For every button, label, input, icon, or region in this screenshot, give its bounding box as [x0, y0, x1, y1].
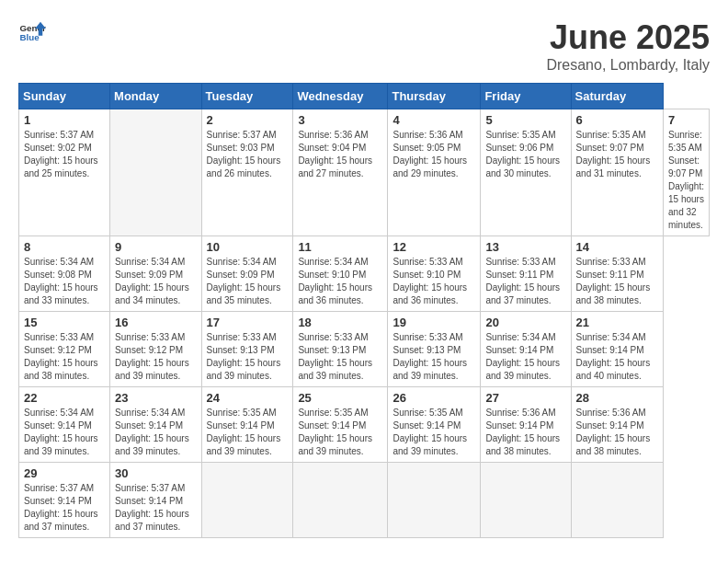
day-cell-3: 3Sunrise: 5:36 AMSunset: 9:04 PMDaylight…: [293, 109, 388, 236]
day-detail: Sunrise: 5:33 AMSunset: 9:12 PMDaylight:…: [24, 332, 98, 381]
day-number: 14: [576, 240, 658, 254]
day-detail: Sunrise: 5:33 AMSunset: 9:12 PMDaylight:…: [115, 332, 189, 381]
day-detail: Sunrise: 5:35 AMSunset: 9:06 PMDaylight:…: [485, 130, 560, 178]
day-detail: Sunrise: 5:35 AMSunset: 9:14 PMDaylight:…: [298, 408, 372, 456]
day-detail: Sunrise: 5:36 AMSunset: 9:05 PMDaylight:…: [392, 130, 467, 178]
day-number: 17: [207, 316, 289, 329]
day-detail: Sunrise: 5:33 AMSunset: 9:11 PMDaylight:…: [576, 257, 651, 305]
day-number: 4: [392, 113, 475, 127]
day-cell-21: 21Sunrise: 5:34 AMSunset: 9:14 PMDayligh…: [571, 312, 663, 387]
logo-icon: General Blue: [18, 18, 46, 46]
day-cell-30: 30Sunrise: 5:37 AMSunset: 9:14 PMDayligh…: [110, 463, 201, 538]
empty-cell-0-0: [110, 109, 201, 236]
day-cell-26: 26Sunrise: 5:35 AMSunset: 9:14 PMDayligh…: [388, 387, 481, 463]
day-detail: Sunrise: 5:35 AMSunset: 9:07 PMDaylight:…: [576, 130, 651, 178]
day-cell-7: 7Sunrise: 5:35 AMSunset: 9:07 PMDaylight…: [664, 109, 710, 236]
day-cell-17: 17Sunrise: 5:33 AMSunset: 9:13 PMDayligh…: [201, 312, 293, 387]
column-header-wednesday: Wednesday: [293, 84, 388, 109]
day-detail: Sunrise: 5:35 AMSunset: 9:07 PMDaylight:…: [668, 130, 704, 230]
day-cell-29: 29Sunrise: 5:37 AMSunset: 9:14 PMDayligh…: [19, 463, 110, 538]
day-detail: Sunrise: 5:37 AMSunset: 9:02 PMDaylight:…: [24, 130, 98, 178]
month-title: June 2025: [546, 18, 710, 57]
day-number: 5: [485, 113, 565, 127]
day-cell-8: 8Sunrise: 5:34 AMSunset: 9:08 PMDaylight…: [19, 236, 110, 312]
day-number: 13: [485, 240, 565, 254]
column-header-sunday: Sunday: [19, 84, 110, 109]
day-cell-20: 20Sunrise: 5:34 AMSunset: 9:14 PMDayligh…: [481, 312, 571, 387]
day-number: 18: [298, 316, 382, 329]
week-row-0: 1Sunrise: 5:37 AMSunset: 9:02 PMDaylight…: [19, 109, 710, 236]
day-cell-15: 15Sunrise: 5:33 AMSunset: 9:12 PMDayligh…: [19, 312, 110, 387]
empty-cell-4-5: [481, 463, 571, 538]
logo: General Blue: [18, 18, 46, 46]
day-detail: Sunrise: 5:36 AMSunset: 9:04 PMDaylight:…: [298, 130, 372, 178]
empty-cell-4-4: [388, 463, 481, 538]
column-header-tuesday: Tuesday: [201, 84, 293, 109]
day-number: 1: [24, 113, 105, 127]
day-detail: Sunrise: 5:36 AMSunset: 9:14 PMDaylight:…: [576, 408, 651, 456]
empty-cell-4-6: [571, 463, 663, 538]
day-detail: Sunrise: 5:33 AMSunset: 9:13 PMDaylight:…: [392, 332, 467, 381]
column-header-thursday: Thursday: [388, 84, 481, 109]
day-detail: Sunrise: 5:34 AMSunset: 9:09 PMDaylight:…: [207, 257, 281, 305]
day-detail: Sunrise: 5:34 AMSunset: 9:09 PMDaylight:…: [115, 257, 189, 305]
day-number: 23: [115, 391, 196, 405]
day-detail: Sunrise: 5:33 AMSunset: 9:10 PMDaylight:…: [392, 257, 467, 305]
header: General Blue June 2025 Dresano, Lombardy…: [18, 18, 710, 74]
day-cell-19: 19Sunrise: 5:33 AMSunset: 9:13 PMDayligh…: [388, 312, 481, 387]
day-number: 10: [207, 240, 289, 254]
day-detail: Sunrise: 5:37 AMSunset: 9:14 PMDaylight:…: [115, 483, 189, 532]
day-number: 16: [115, 316, 196, 329]
day-cell-23: 23Sunrise: 5:34 AMSunset: 9:14 PMDayligh…: [110, 387, 201, 463]
day-cell-5: 5Sunrise: 5:35 AMSunset: 9:06 PMDaylight…: [481, 109, 571, 236]
day-cell-1: 1Sunrise: 5:37 AMSunset: 9:02 PMDaylight…: [19, 109, 110, 236]
day-number: 19: [392, 316, 475, 329]
day-cell-24: 24Sunrise: 5:35 AMSunset: 9:14 PMDayligh…: [201, 387, 293, 463]
day-cell-10: 10Sunrise: 5:34 AMSunset: 9:09 PMDayligh…: [201, 236, 293, 312]
day-cell-25: 25Sunrise: 5:35 AMSunset: 9:14 PMDayligh…: [293, 387, 388, 463]
day-detail: Sunrise: 5:33 AMSunset: 9:13 PMDaylight:…: [298, 332, 372, 381]
day-number: 7: [668, 113, 704, 127]
day-number: 28: [576, 391, 658, 405]
day-detail: Sunrise: 5:37 AMSunset: 9:14 PMDaylight:…: [24, 483, 98, 532]
day-detail: Sunrise: 5:34 AMSunset: 9:14 PMDaylight:…: [576, 332, 651, 381]
day-cell-14: 14Sunrise: 5:33 AMSunset: 9:11 PMDayligh…: [571, 236, 663, 312]
empty-cell-4-3: [293, 463, 388, 538]
day-number: 15: [24, 316, 105, 329]
day-cell-2: 2Sunrise: 5:37 AMSunset: 9:03 PMDaylight…: [201, 109, 293, 236]
day-cell-4: 4Sunrise: 5:36 AMSunset: 9:05 PMDaylight…: [388, 109, 481, 236]
day-cell-27: 27Sunrise: 5:36 AMSunset: 9:14 PMDayligh…: [481, 387, 571, 463]
empty-cell-4-2: [201, 463, 293, 538]
column-header-friday: Friday: [481, 84, 571, 109]
day-cell-16: 16Sunrise: 5:33 AMSunset: 9:12 PMDayligh…: [110, 312, 201, 387]
day-detail: Sunrise: 5:33 AMSunset: 9:13 PMDaylight:…: [207, 332, 281, 381]
day-number: 2: [207, 113, 289, 127]
day-cell-12: 12Sunrise: 5:33 AMSunset: 9:10 PMDayligh…: [388, 236, 481, 312]
week-row-2: 15Sunrise: 5:33 AMSunset: 9:12 PMDayligh…: [19, 312, 710, 387]
day-number: 11: [298, 240, 382, 254]
day-number: 29: [24, 466, 105, 480]
column-header-saturday: Saturday: [571, 84, 663, 109]
week-row-1: 8Sunrise: 5:34 AMSunset: 9:08 PMDaylight…: [19, 236, 710, 312]
day-number: 9: [115, 240, 196, 254]
day-number: 20: [485, 316, 565, 329]
day-detail: Sunrise: 5:34 AMSunset: 9:14 PMDaylight:…: [24, 408, 98, 456]
week-row-4: 29Sunrise: 5:37 AMSunset: 9:14 PMDayligh…: [19, 463, 710, 538]
day-cell-11: 11Sunrise: 5:34 AMSunset: 9:10 PMDayligh…: [293, 236, 388, 312]
day-detail: Sunrise: 5:33 AMSunset: 9:11 PMDaylight:…: [485, 257, 560, 305]
day-detail: Sunrise: 5:34 AMSunset: 9:08 PMDaylight:…: [24, 257, 98, 305]
day-number: 12: [392, 240, 475, 254]
day-detail: Sunrise: 5:34 AMSunset: 9:14 PMDaylight:…: [485, 332, 560, 381]
location-title: Dresano, Lombardy, Italy: [546, 57, 710, 74]
day-cell-6: 6Sunrise: 5:35 AMSunset: 9:07 PMDaylight…: [571, 109, 663, 236]
svg-text:Blue: Blue: [20, 32, 40, 42]
day-number: 8: [24, 240, 105, 254]
column-header-monday: Monday: [110, 84, 201, 109]
day-detail: Sunrise: 5:34 AMSunset: 9:10 PMDaylight:…: [298, 257, 372, 305]
day-cell-13: 13Sunrise: 5:33 AMSunset: 9:11 PMDayligh…: [481, 236, 571, 312]
day-number: 22: [24, 391, 105, 405]
day-detail: Sunrise: 5:34 AMSunset: 9:14 PMDaylight:…: [115, 408, 189, 456]
calendar-table: SundayMondayTuesdayWednesdayThursdayFrid…: [18, 83, 710, 538]
day-cell-28: 28Sunrise: 5:36 AMSunset: 9:14 PMDayligh…: [571, 387, 663, 463]
day-cell-9: 9Sunrise: 5:34 AMSunset: 9:09 PMDaylight…: [110, 236, 201, 312]
